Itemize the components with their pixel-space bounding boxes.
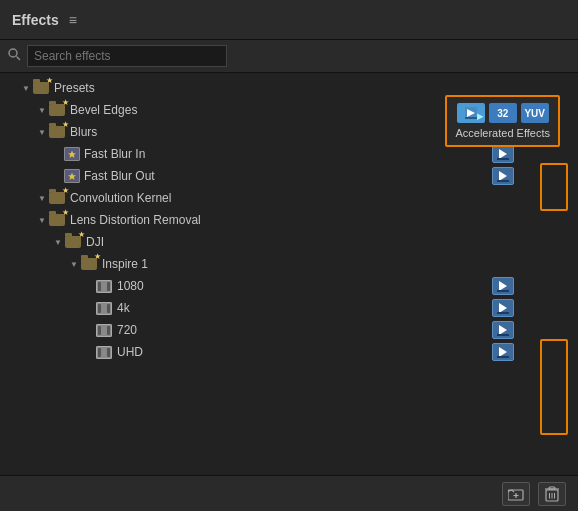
item-label-fast-blur-in: Fast Blur In [84, 147, 145, 161]
accel-icon-4k [492, 299, 514, 317]
folder-star-icon: ★ [48, 102, 66, 118]
chevron-empty [84, 302, 96, 314]
accelerated-icons-row: 32 YUV [457, 103, 549, 123]
item-label-4k: 4k [117, 301, 130, 315]
film-icon-1080 [96, 280, 112, 293]
svg-rect-23 [497, 334, 509, 336]
svg-rect-14 [497, 180, 509, 182]
svg-rect-26 [497, 356, 509, 358]
tree-item-inspire1[interactable]: ★ Inspire 1 [0, 253, 578, 275]
menu-icon[interactable]: ≡ [69, 12, 77, 28]
new-folder-button[interactable] [502, 482, 530, 506]
item-label-720: 720 [117, 323, 137, 337]
tree-item-dji[interactable]: ★ DJI [0, 231, 578, 253]
accel-icon-fast-blur-out [492, 167, 514, 185]
item-label-blurs: Blurs [70, 125, 97, 139]
chevron-blurs [36, 126, 48, 138]
chevron-lens [36, 214, 48, 226]
chevron-inspire1 [68, 258, 80, 270]
effects-panel: Effects ≡ 32 [0, 0, 578, 511]
accelerated-label: Accelerated Effects [455, 127, 550, 139]
item-label-1080: 1080 [117, 279, 144, 293]
tree-item-lens-distortion[interactable]: ★ Lens Distortion Removal [0, 209, 578, 231]
chevron-bevel [36, 104, 48, 116]
accel-play-icon [457, 103, 485, 123]
tree-item-convolution-kernel[interactable]: ★ Convolution Kernel [0, 187, 578, 209]
item-label-lens-distortion: Lens Distortion Removal [70, 213, 201, 227]
item-label-bevel-edges: Bevel Edges [70, 103, 137, 117]
svg-rect-17 [497, 290, 509, 292]
accel-yuv-icon: YUV [521, 103, 549, 123]
accel-icon-1080 [492, 277, 514, 295]
item-label-convolution-kernel: Convolution Kernel [70, 191, 171, 205]
bottom-bar [0, 475, 578, 511]
accel-icon-fast-blur-in [492, 145, 514, 163]
effect-star-icon [64, 147, 80, 161]
tree-item-fast-blur-out[interactable]: Fast Blur Out [0, 165, 578, 187]
item-label-dji: DJI [86, 235, 104, 249]
tree-item-4k[interactable]: 4k [0, 297, 578, 319]
film-icon-720 [96, 324, 112, 337]
effect-star-icon [64, 169, 80, 183]
svg-point-0 [9, 49, 17, 57]
chevron-empty [52, 148, 64, 160]
delete-button[interactable] [538, 482, 566, 506]
accelerated-effects-tooltip: 32 YUV Accelerated Effects [445, 95, 560, 147]
film-icon-4k [96, 302, 112, 315]
svg-rect-4 [465, 117, 477, 119]
tree-item-uhd[interactable]: UHD [0, 341, 578, 363]
film-icon-uhd [96, 346, 112, 359]
chevron-empty [52, 170, 64, 182]
accel-32-icon: 32 [489, 103, 517, 123]
tree-item-720[interactable]: 720 [0, 319, 578, 341]
panel-header: Effects ≡ [0, 0, 578, 40]
search-bar: 32 YUV Accelerated Effects [0, 40, 578, 73]
folder-star-icon: ★ [32, 80, 50, 96]
search-icon [8, 48, 21, 64]
item-label-uhd: UHD [117, 345, 143, 359]
chevron-empty [84, 280, 96, 292]
svg-rect-20 [497, 312, 509, 314]
svg-rect-9 [497, 158, 509, 160]
svg-line-1 [17, 57, 21, 61]
tree-item-1080[interactable]: 1080 [0, 275, 578, 297]
item-label-presets: Presets [54, 81, 95, 95]
folder-star-icon: ★ [48, 190, 66, 206]
panel-title: Effects [12, 12, 59, 28]
search-input[interactable] [27, 45, 227, 67]
accel-icon-720 [492, 321, 514, 339]
chevron-dji [52, 236, 64, 248]
chevron-presets [20, 82, 32, 94]
folder-star-icon: ★ [48, 212, 66, 228]
chevron-convolution [36, 192, 48, 204]
item-label-fast-blur-out: Fast Blur Out [84, 169, 155, 183]
chevron-empty [84, 346, 96, 358]
item-label-inspire1: Inspire 1 [102, 257, 148, 271]
folder-star-icon: ★ [80, 256, 98, 272]
chevron-empty [84, 324, 96, 336]
accel-icon-uhd [492, 343, 514, 361]
folder-star-icon: ★ [64, 234, 82, 250]
svg-rect-32 [549, 487, 555, 489]
folder-star-icon: ★ [48, 124, 66, 140]
